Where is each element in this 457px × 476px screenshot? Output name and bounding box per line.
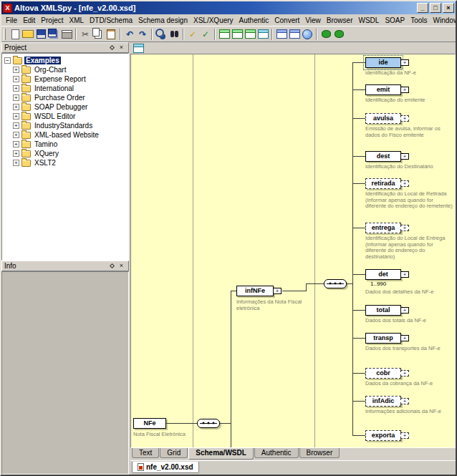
expand-grip[interactable]: + — [400, 432, 409, 439]
element-emit[interactable]: emit — [365, 84, 401, 95]
paste-icon[interactable] — [105, 28, 117, 41]
expander-icon[interactable]: + — [13, 141, 19, 147]
expander-icon[interactable]: + — [13, 113, 19, 120]
tree-item-xquery[interactable]: +XQuery — [3, 149, 128, 158]
copy-icon[interactable] — [92, 28, 105, 41]
expand-grip[interactable]: + — [400, 307, 409, 314]
element-cobr[interactable]: cobr — [365, 368, 401, 379]
sequence-compositor-icon[interactable] — [197, 419, 220, 428]
expand-grip[interactable]: + — [400, 59, 409, 66]
new-document-icon[interactable] — [9, 28, 21, 41]
menu-edit[interactable]: Edit — [20, 16, 38, 25]
undo-icon[interactable]: ↶ — [123, 28, 136, 41]
element-retirada[interactable]: retirada — [365, 178, 401, 189]
menu-soap[interactable]: SOAP — [382, 16, 408, 25]
expander-icon[interactable]: + — [13, 122, 19, 129]
expand-grip[interactable]: + — [273, 288, 282, 294]
expander-icon[interactable]: + — [13, 104, 19, 110]
expander-icon[interactable]: + — [13, 150, 19, 157]
expander-icon[interactable]: − — [4, 57, 11, 64]
tree-item-wsdl-editor[interactable]: +WSDL Editor — [3, 112, 128, 121]
print-icon[interactable] — [60, 28, 73, 41]
menu-xml[interactable]: XML — [66, 16, 87, 25]
open-file-icon[interactable] — [21, 28, 34, 41]
menu-dtd-schema[interactable]: DTD/Schema — [87, 16, 135, 25]
insert-row-icon[interactable] — [218, 28, 231, 41]
find-in-files-icon[interactable] — [168, 28, 181, 41]
element-dest[interactable]: dest — [365, 151, 401, 162]
expand-grip[interactable]: + — [400, 87, 409, 93]
show-globals-icon[interactable] — [132, 42, 145, 54]
save-all-icon[interactable] — [47, 28, 60, 41]
sequence-compositor-icon[interactable] — [324, 279, 347, 288]
expand-grip[interactable]: + — [400, 335, 409, 341]
view-tab-authentic[interactable]: Authentic — [254, 448, 299, 458]
redo-icon[interactable]: ↷ — [136, 28, 149, 41]
menu-schema-design[interactable]: Schema design — [135, 16, 191, 25]
element-avulsa[interactable]: avulsa — [365, 113, 401, 124]
expander-icon[interactable]: + — [13, 160, 19, 166]
menu-xsl-xquery[interactable]: XSL/XQuery — [191, 16, 236, 25]
tree-item-xslt2[interactable]: +XSLT2 — [3, 158, 128, 167]
expand-grip[interactable]: + — [400, 398, 409, 404]
menu-wsdl[interactable]: WSDL — [356, 16, 383, 25]
expander-icon[interactable]: + — [13, 67, 19, 73]
element-infadic[interactable]: infAdic — [365, 396, 401, 407]
authentic-view-icon[interactable] — [288, 28, 301, 41]
tree-item-soap-debugger[interactable]: +SOAP Debugger — [3, 102, 128, 112]
menu-tools[interactable]: Tools — [408, 16, 430, 25]
database-query-icon[interactable] — [319, 28, 332, 41]
expand-grip[interactable]: + — [400, 271, 409, 278]
maximize-button[interactable]: □ — [430, 3, 441, 13]
expand-grip[interactable]: + — [400, 225, 409, 231]
element-total[interactable]: total — [365, 305, 401, 316]
minimize-button[interactable]: _ — [417, 3, 428, 13]
menu-browser[interactable]: Browser — [324, 16, 356, 25]
close-button[interactable]: × — [443, 3, 454, 13]
element-transp[interactable]: transp — [365, 333, 401, 344]
menu-window[interactable]: Window — [430, 16, 456, 25]
expander-icon[interactable]: + — [13, 76, 19, 82]
view-tab-grid[interactable]: Grid — [160, 448, 188, 458]
add-child-icon[interactable] — [244, 28, 256, 41]
menu-file[interactable]: File — [3, 16, 20, 25]
expander-icon[interactable]: + — [13, 94, 19, 101]
expand-grip[interactable]: + — [400, 370, 409, 377]
element-det[interactable]: det — [365, 269, 401, 280]
menu-convert[interactable]: Convert — [271, 16, 302, 25]
cut-icon[interactable]: ✂ — [79, 28, 92, 41]
tree-item-tamino[interactable]: +Tamino — [3, 140, 128, 149]
tree-item-expense-report[interactable]: +Expense Report — [3, 74, 128, 84]
expand-grip[interactable]: + — [400, 153, 409, 160]
check-well-formed-icon[interactable]: ✓ — [186, 28, 199, 41]
menu-project[interactable]: Project — [38, 16, 66, 25]
schema-canvas[interactable]: NFeNota Fiscal EletrônicainfNFe+Informaç… — [130, 54, 456, 448]
database-import-icon[interactable] — [332, 28, 345, 41]
view-tab-schema-wsdl[interactable]: Schema/WSDL — [188, 448, 254, 460]
table-view-icon[interactable] — [256, 28, 269, 41]
panel-close-icon[interactable]: × — [117, 44, 126, 52]
tree-item-purchase-order[interactable]: +Purchase Order — [3, 93, 128, 102]
view-tab-browser[interactable]: Browser — [299, 448, 340, 458]
element-exporta[interactable]: exporta — [365, 430, 401, 441]
expand-grip[interactable]: + — [400, 115, 409, 122]
menu-view[interactable]: View — [302, 16, 324, 25]
file-tab-nfe-v2-00-xsd[interactable]: nfe_v2.00.xsd — [132, 462, 199, 473]
expander-icon[interactable]: + — [13, 85, 19, 92]
menu-authentic[interactable]: Authentic — [236, 16, 272, 25]
expand-grip[interactable]: + — [400, 180, 409, 187]
tree-item-org-chart[interactable]: +Org-Chart — [3, 65, 128, 74]
panel-close-icon[interactable]: × — [117, 262, 126, 270]
tree-item-examples[interactable]: −Examples — [3, 56, 128, 65]
tree-item-xml-based-website[interactable]: +XML-based Website — [3, 130, 128, 140]
find-icon[interactable] — [155, 28, 168, 41]
view-tab-text[interactable]: Text — [132, 448, 159, 458]
element-nfe[interactable]: NFe — [133, 418, 166, 429]
element-entrega[interactable]: entrega — [365, 223, 401, 233]
pin-icon[interactable] — [107, 44, 117, 52]
pin-icon[interactable] — [107, 262, 117, 270]
element-infnfe[interactable]: infNFe — [236, 286, 274, 296]
browser-view-icon[interactable] — [301, 28, 314, 41]
save-icon[interactable] — [34, 28, 47, 41]
append-row-icon[interactable] — [231, 28, 244, 41]
